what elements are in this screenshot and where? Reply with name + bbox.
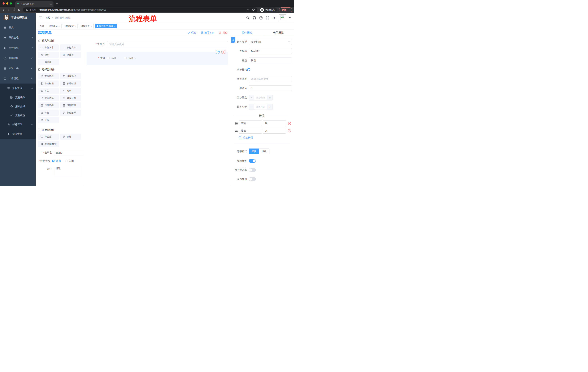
fullscreen-icon[interactable] xyxy=(266,16,269,20)
tab-close-icon[interactable]: × xyxy=(50,3,52,5)
tab-component-props[interactable]: 组件属性 xyxy=(231,29,263,36)
slider-handle[interactable] xyxy=(247,68,250,71)
save-button[interactable]: 保存 xyxy=(187,31,196,34)
palette-item-time-picker[interactable]: 时间选择 xyxy=(38,95,59,101)
checkbox-icon[interactable] xyxy=(124,57,127,59)
close-window-button[interactable] xyxy=(2,2,5,5)
home-icon[interactable] xyxy=(18,8,21,11)
clear-button[interactable]: 清空 xyxy=(219,31,228,34)
palette-item-editor[interactable]: 编辑器 xyxy=(38,59,59,65)
increase-button[interactable]: + xyxy=(267,95,273,100)
sidebar-item-devtools[interactable]: 研发工具 xyxy=(0,63,36,73)
palette-item-textarea[interactable]: 多行文本 xyxy=(60,44,81,51)
new-tab-button[interactable]: + xyxy=(56,2,58,5)
palette-item-checkbox-group[interactable]: 多选框组 xyxy=(60,80,81,87)
avatar-caret-icon[interactable] xyxy=(289,17,291,18)
tag-close-icon[interactable]: × xyxy=(91,25,92,27)
app-logo[interactable]: 芋道管理系统 xyxy=(0,13,36,22)
option-text-input[interactable] xyxy=(239,128,262,134)
palette-item-radio-group[interactable]: 单选框组 xyxy=(38,80,59,87)
window-controls[interactable] xyxy=(2,2,12,5)
title-input[interactable] xyxy=(249,57,292,63)
view-json-button[interactable]: 查看json xyxy=(201,31,214,34)
sidebar-item-process-mgmt[interactable]: 流程管理 xyxy=(0,84,36,93)
avatar[interactable] xyxy=(279,14,286,21)
zoom-window-button[interactable] xyxy=(10,2,12,5)
remove-option-icon[interactable] xyxy=(288,129,291,132)
palette-item-slider[interactable]: 滑块 xyxy=(60,88,81,94)
back-icon[interactable] xyxy=(2,8,5,11)
remove-option-icon[interactable] xyxy=(288,122,291,125)
gender-option-1[interactable]: 选项一 xyxy=(107,56,119,60)
tag-close-icon[interactable]: × xyxy=(59,25,60,27)
status-radio-off[interactable]: 关闭 xyxy=(65,159,74,162)
tag-close-icon[interactable]: × xyxy=(114,25,115,27)
palette-item-upload[interactable]: 上传 xyxy=(38,117,59,123)
sidebar-item-payment[interactable]: ¥ 支付管理 xyxy=(0,43,36,53)
palette-item-select[interactable]: 下拉选择 xyxy=(38,73,59,79)
option-text-input[interactable] xyxy=(239,120,262,126)
sidebar-item-user-group[interactable]: 用户分组 xyxy=(0,102,36,111)
drag-handle-icon[interactable] xyxy=(235,129,238,132)
gender-option-2[interactable]: 选项二 xyxy=(124,56,136,60)
component-type-select[interactable] xyxy=(249,39,292,45)
default-value-input[interactable] xyxy=(249,85,292,91)
increase-button[interactable]: + xyxy=(267,104,273,110)
status-radio-on[interactable]: 开启 xyxy=(52,159,61,162)
palette-item-date-range[interactable]: 日期范围 xyxy=(60,102,81,108)
palette-item-cascader[interactable]: 级联选择 xyxy=(60,73,81,79)
palette-item-color-picker[interactable]: 颜色选择 xyxy=(60,110,81,116)
max-select-input[interactable] xyxy=(254,104,267,110)
palette-item-date-picker[interactable]: 日期选择 xyxy=(38,102,59,108)
sidebar-item-infra[interactable]: 基础设施 xyxy=(0,53,36,63)
label-width-input[interactable] xyxy=(249,76,292,82)
selected-checkbox-component[interactable]: *性别 选项一 选项二 xyxy=(87,52,228,65)
password-key-icon[interactable] xyxy=(247,8,249,11)
add-option-button[interactable]: 添加选项 xyxy=(239,136,292,139)
forward-icon[interactable] xyxy=(7,8,10,11)
github-icon[interactable] xyxy=(253,16,256,20)
checkbox-icon[interactable] xyxy=(107,57,110,59)
option-value-input[interactable] xyxy=(263,120,286,126)
sidebar-item-process-model[interactable]: 流程模型 xyxy=(0,111,36,120)
tag-process-form-edit[interactable]: 流程表单-编辑× xyxy=(95,24,117,28)
tag-process-definition[interactable]: 流程定义× xyxy=(47,24,62,28)
style-button-button[interactable]: 按钮 xyxy=(259,149,269,154)
sidebar-item-process-form[interactable]: 流程表单 xyxy=(0,93,36,102)
sidebar-item-home[interactable]: 首页 xyxy=(0,22,36,32)
delete-component-button[interactable] xyxy=(221,50,225,54)
palette-item-row-container[interactable]: 行容器 xyxy=(38,134,59,140)
tag-home[interactable]: 首页 xyxy=(38,24,46,28)
tag-process-model[interactable]: 流程模型× xyxy=(63,24,77,28)
search-icon[interactable] xyxy=(246,16,250,20)
palette-item-table[interactable]: 表格[开发中] xyxy=(38,141,59,147)
tag-process-form[interactable]: 流程表单× xyxy=(79,24,94,28)
field-name-input[interactable] xyxy=(249,48,292,54)
option-value-input[interactable] xyxy=(263,128,286,134)
browser-tab[interactable]: 芋道管理系统 × xyxy=(15,1,53,7)
bookmark-star-icon[interactable] xyxy=(252,8,255,11)
decrease-button[interactable]: − xyxy=(249,95,254,100)
palette-item-password[interactable]: 密码 xyxy=(38,52,59,58)
insecure-label[interactable]: 不安全 xyxy=(30,8,36,11)
breadcrumb-home[interactable]: 首页 xyxy=(45,16,50,20)
sidebar-item-task-mgmt[interactable]: 任务管理 xyxy=(0,120,36,129)
palette-item-switch[interactable]: 开关 xyxy=(38,88,59,94)
decrease-button[interactable]: − xyxy=(249,104,254,110)
palette-item-single-text[interactable]: 单行文本 xyxy=(38,44,59,51)
palette-item-time-range[interactable]: 时间范围 xyxy=(60,95,81,101)
min-select-input[interactable] xyxy=(254,95,267,100)
palette-item-button[interactable]: 按钮 xyxy=(60,134,81,140)
browser-menu-icon[interactable]: ⋮ xyxy=(288,8,290,11)
form-name-input[interactable] xyxy=(54,150,83,155)
sidebar-item-leave-query[interactable]: 请假查询 xyxy=(0,129,36,139)
phone-input[interactable] xyxy=(107,41,228,47)
browser-update-button[interactable]: 更新 ⋮ xyxy=(279,8,292,12)
page-url[interactable]: dashboard.yudao.iocoder.cn/bpm/manager/f… xyxy=(40,9,106,11)
sidebar-item-system[interactable]: 系统管理 xyxy=(0,32,36,43)
drag-handle-icon[interactable] xyxy=(235,122,238,125)
minimize-window-button[interactable] xyxy=(6,2,8,5)
show-label-toggle[interactable] xyxy=(249,159,256,163)
tag-close-icon[interactable]: × xyxy=(74,25,76,27)
tab-form-props[interactable]: 表单属性 xyxy=(263,29,294,36)
